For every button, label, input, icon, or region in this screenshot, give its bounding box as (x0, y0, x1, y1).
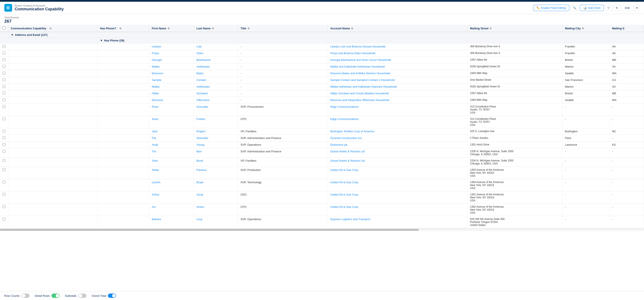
col-mailing-street[interactable]: Mailing Street ⊞ (468, 25, 562, 32)
row-checkbox[interactable] (2, 85, 6, 88)
row-link[interactable]: Edge Communications (330, 105, 358, 108)
row-link[interactable]: Eleonora and Deepshika Offermans Househo… (330, 98, 389, 102)
row-counts-toggle[interactable] (22, 294, 30, 298)
row-link[interactable]: Forbes (196, 117, 205, 121)
row-checkbox[interactable] (2, 117, 6, 120)
row-checkbox[interactable] (2, 130, 6, 133)
row-link[interactable]: Mattia (152, 65, 159, 68)
sub-collapse-icon[interactable]: ▼ (100, 39, 103, 42)
row-link[interactable]: Sample Contact and Sample2 Contact 2 Hou… (330, 78, 394, 82)
col-mailing-city[interactable]: Mailing City ⊞ (562, 25, 610, 32)
row-link[interactable]: Andy (152, 143, 158, 146)
row-checkbox[interactable] (2, 168, 6, 171)
row-link[interactable]: Boyle (196, 181, 204, 184)
row-link[interactable]: Bond (196, 159, 203, 162)
col-title[interactable]: Title ⊞ (238, 25, 328, 32)
row-link[interactable]: Sean (152, 117, 158, 121)
more-actions-button[interactable]: ▾ (634, 5, 640, 11)
row-link[interactable]: Mattia Aethelstan and Kallistrate Gianni… (330, 85, 396, 88)
row-link[interactable]: Freya (152, 52, 159, 55)
row-link[interactable]: Eleonora (152, 72, 163, 75)
filter-mailing-city-icon[interactable]: ⊞ (582, 27, 584, 29)
checkbox-header[interactable] (0, 25, 8, 32)
refresh-button[interactable]: ↻ (613, 5, 620, 11)
row-link[interactable]: Georgia Beethavent and Orion Unnur House… (330, 58, 391, 61)
filter-last-name-icon[interactable]: ⊞ (212, 27, 214, 29)
col-account-name[interactable]: Account Name ⊞ (328, 25, 468, 32)
row-link[interactable]: Arthur (152, 193, 159, 196)
row-checkbox[interactable] (2, 45, 6, 48)
row-link[interactable]: Green (196, 205, 204, 208)
row-link[interactable]: Stella (152, 168, 159, 171)
col-last-name[interactable]: Last Name ⊞ (194, 25, 238, 32)
row-link[interactable]: Georgia (152, 58, 162, 61)
row-link[interactable]: Barr (196, 150, 202, 153)
filter-account-icon[interactable]: ⊞ (351, 27, 353, 29)
row-link[interactable]: Burlington Textiles Corp of America (330, 130, 374, 133)
row-link[interactable]: Mattia (152, 85, 159, 88)
filter-first-name-icon[interactable]: ⊞ (168, 27, 170, 29)
row-link[interactable]: Eleonora (152, 98, 163, 102)
col-has-phone[interactable]: Has Phone? ↑ ⊞ (97, 25, 149, 32)
row-link[interactable]: Oden (196, 52, 203, 55)
filter-comm-icon[interactable]: ⊞ (50, 27, 51, 29)
row-link[interactable]: Beethavent (196, 58, 211, 61)
row-checkbox[interactable] (2, 58, 6, 61)
row-link[interactable]: United Oil & Gas Corp. (330, 193, 359, 196)
edit-button[interactable]: Edit (622, 5, 633, 11)
row-link[interactable]: Edge Communications (330, 117, 358, 121)
row-link[interactable]: Llewlyn (152, 45, 161, 48)
horizontal-scrollbar[interactable] (0, 228, 644, 231)
row-link[interactable]: John (152, 159, 158, 162)
col-comm-capability[interactable]: Communication Capability ↑ ⊞ (8, 25, 98, 32)
row-checkbox[interactable] (2, 218, 6, 220)
row-link[interactable]: Sample (152, 78, 161, 82)
subtotals-toggle[interactable] (78, 294, 86, 298)
row-link[interactable]: Rose (152, 105, 158, 108)
row-link[interactable]: Grand Hotels & Resorts Ltd (330, 150, 364, 153)
row-link[interactable]: Babara (152, 218, 161, 221)
row-link[interactable]: Pavlova (196, 168, 206, 171)
search-button[interactable]: 🔍 (570, 5, 579, 11)
row-link[interactable]: Song (196, 193, 203, 196)
row-checkbox[interactable] (2, 137, 6, 139)
row-checkbox[interactable] (2, 72, 6, 74)
row-link[interactable]: Offermans (196, 98, 210, 102)
row-link[interactable]: Mattia and Kallistrate Aethelstan Househ… (330, 65, 385, 68)
row-link[interactable]: Gonzalez (196, 105, 208, 108)
row-link[interactable]: Pat (152, 137, 156, 140)
row-link[interactable]: Grand Hotels & Resorts Ltd (330, 159, 364, 162)
row-link[interactable]: Lauren (152, 181, 160, 184)
row-link[interactable]: Avi (152, 205, 156, 208)
add-chart-button[interactable]: 📊 Add Chart (580, 5, 604, 11)
row-checkbox[interactable] (2, 150, 6, 152)
row-checkbox[interactable] (2, 193, 6, 196)
row-checkbox[interactable] (2, 92, 6, 95)
row-checkbox[interactable] (2, 205, 6, 208)
row-link[interactable]: Freya and Brianna Oden Household (330, 52, 375, 55)
row-link[interactable]: Young (196, 143, 204, 146)
row-link[interactable]: Tim (152, 150, 156, 153)
select-all-checkbox[interactable] (2, 26, 6, 29)
row-link[interactable]: Aethelstan (196, 85, 210, 88)
row-checkbox[interactable] (2, 159, 6, 162)
row-link[interactable]: United Oil & Gas Corp. (330, 168, 359, 171)
row-checkbox[interactable] (2, 78, 6, 81)
row-checkbox[interactable] (2, 98, 6, 101)
row-link[interactable]: Loki (196, 45, 202, 48)
row-checkbox[interactable] (2, 143, 6, 146)
filter-title-icon[interactable]: ⊞ (248, 27, 250, 29)
row-link[interactable]: Express Logistics and Transport (330, 218, 370, 221)
row-link[interactable]: United Oil & Gas Corp. (330, 205, 359, 208)
row-checkbox[interactable] (2, 181, 6, 183)
row-link[interactable]: Llewlyn Loki and Brianna Shouta Househol… (330, 45, 385, 48)
row-link[interactable]: United Oil & Gas Corp. (330, 181, 359, 184)
row-link[interactable]: Bates (196, 72, 204, 75)
filter-button[interactable]: ▽ (605, 5, 612, 11)
scrollbar-thumb[interactable] (0, 229, 418, 231)
row-link[interactable]: Hildie (152, 92, 159, 95)
collapse-icon[interactable]: ▼ (11, 33, 14, 36)
row-checkbox[interactable] (2, 105, 6, 108)
filter-mailing-street-icon[interactable]: ⊞ (490, 27, 492, 29)
row-checkbox[interactable] (2, 65, 6, 68)
